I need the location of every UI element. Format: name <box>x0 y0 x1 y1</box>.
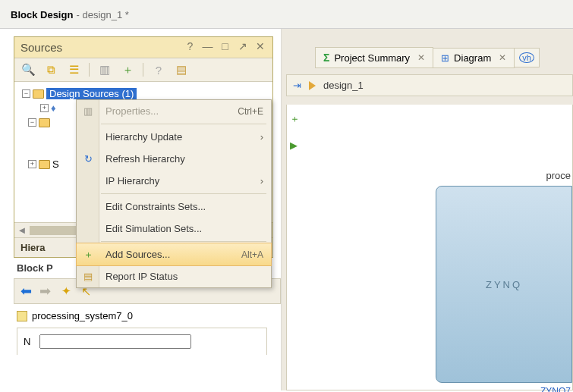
tab-hierarchy[interactable]: Hiera <box>20 242 46 253</box>
design-crumb[interactable]: design_1 <box>323 80 364 91</box>
editor-tabs: Σ Project Summary ✕ ⊞ Diagram ✕ vh <box>315 47 573 68</box>
menu-edit-simulation[interactable]: Edit Simulation Sets... <box>77 218 271 240</box>
tab-close-icon[interactable]: ✕ <box>499 52 506 63</box>
search-icon[interactable]: 🔍 <box>20 62 36 77</box>
scroll-left-icon[interactable]: ◄ <box>14 224 30 236</box>
sources-title: Sources <box>20 41 179 54</box>
menu-separator <box>101 193 266 194</box>
tab-label: Diagram <box>454 52 491 64</box>
design-crumb-icon <box>309 81 316 90</box>
info-icon[interactable]: ? <box>151 62 166 77</box>
forward-icon[interactable]: ➡ <box>39 283 51 299</box>
close-icon[interactable]: ✕ <box>253 41 266 54</box>
right-pane: Σ Project Summary ✕ ⊞ Diagram ✕ vh ⇥ des… <box>281 29 573 390</box>
gear-icon[interactable]: ✦ <box>58 284 74 299</box>
submenu-arrow-icon: › <box>260 175 263 187</box>
tree-glyph: ♦ <box>51 102 56 114</box>
tree-label-trunc: S <box>52 158 59 170</box>
folder-icon <box>39 160 50 169</box>
report-icon: ▤ <box>81 271 95 282</box>
menu-ip-hierarchy[interactable]: IP Hierarchy › <box>77 170 271 192</box>
add-icon[interactable]: ＋ <box>120 62 135 77</box>
diagram-canvas[interactable]: ＋ ▶ proce ZYNQ ZYNQ7 <box>286 105 573 390</box>
folder-icon <box>33 89 44 99</box>
title-file: - design_1 * <box>77 9 129 20</box>
page-icon: ▥ <box>81 105 95 117</box>
restore-icon[interactable]: □ <box>219 41 231 54</box>
expand-toggle-icon[interactable]: + <box>40 104 49 112</box>
folder-icon[interactable]: ▥ <box>97 62 112 77</box>
folder-icon <box>39 118 50 127</box>
sheet-icon[interactable]: ▤ <box>174 62 189 77</box>
minimize-icon[interactable]: — <box>201 41 214 54</box>
sources-toolbar: 🔍 ⧉ ☰ ▥ ＋ ? ▤ <box>14 58 272 82</box>
collapse-toggle-icon[interactable]: − <box>28 118 36 127</box>
menu-separator <box>101 124 266 124</box>
expand-toggle-icon[interactable]: + <box>28 160 36 168</box>
sources-panel-header[interactable]: Sources ? — □ ↗ ✕ <box>14 37 272 58</box>
name-label: N <box>24 336 30 347</box>
tab-extra[interactable]: vh <box>514 48 540 67</box>
context-menu[interactable]: ▥ Properties... Ctrl+E Hierarchy Update … <box>76 99 272 288</box>
processing-system-row[interactable]: processing_system7_0 <box>17 310 281 321</box>
diagram-icon: ⊞ <box>441 52 449 64</box>
submenu-arrow-icon: › <box>260 131 263 143</box>
menu-properties[interactable]: ▥ Properties... Ctrl+E <box>77 100 271 122</box>
processing-system-label: processing_system7_0 <box>32 310 133 321</box>
chip-icon <box>17 311 27 321</box>
menu-separator <box>101 241 266 242</box>
menu-edit-constraints[interactable]: Edit Constraints Sets... <box>77 196 271 218</box>
zynq-text: ZYNQ <box>486 279 522 290</box>
menu-label: Edit Constraints Sets... <box>105 201 206 212</box>
canvas-side-toolbar: ＋ ▶ <box>290 112 300 151</box>
toolbar-separator <box>143 63 143 77</box>
menu-shortcut: Ctrl+E <box>238 106 263 117</box>
name-input[interactable] <box>39 334 191 349</box>
tab-diagram[interactable]: ⊞ Diagram ✕ <box>433 48 515 68</box>
sigma-icon: Σ <box>323 52 329 64</box>
menu-label: Report IP Status <box>105 271 178 282</box>
menu-report-ip-status[interactable]: ▤ Report IP Status <box>77 265 271 287</box>
collapse-icon[interactable]: ⧉ <box>43 62 58 77</box>
menu-hierarchy-update[interactable]: Hierarchy Update › <box>77 126 271 148</box>
menu-refresh-hierarchy[interactable]: ↻ Refresh Hierarchy <box>77 148 271 170</box>
diagram-toolbar: ⇥ design_1 <box>286 74 573 96</box>
pin-icon[interactable]: ⇥ <box>293 80 301 91</box>
zynq-chip[interactable]: ZYNQ <box>436 186 572 383</box>
window-titlebar: Block Design - design_1 * <box>0 0 573 29</box>
zynq-block[interactable]: proce ZYNQ ZYNQ7 <box>436 170 572 392</box>
menu-label: IP Hierarchy <box>105 175 159 187</box>
add-ip-icon[interactable]: ＋ <box>290 112 300 126</box>
menu-label: Refresh Hierarchy <box>105 153 185 165</box>
vh-icon: vh <box>519 52 534 63</box>
popout-icon[interactable]: ↗ <box>236 41 249 54</box>
back-icon[interactable]: ⬅ <box>20 283 32 299</box>
menu-label: Add Sources... <box>105 249 170 260</box>
tab-close-icon[interactable]: ✕ <box>417 52 425 63</box>
title-strong: Block Design <box>11 9 73 20</box>
tab-project-summary[interactable]: Σ Project Summary ✕ <box>315 47 433 68</box>
menu-shortcut: Alt+A <box>241 249 263 260</box>
menu-label: Hierarchy Update <box>105 131 182 143</box>
name-field-row: N <box>17 328 267 355</box>
toolbar-separator <box>89 63 90 77</box>
tree-label-selected: Design Sources (1) <box>46 88 137 99</box>
menu-label: Properties... <box>105 105 159 117</box>
collapse-toggle-icon[interactable]: − <box>22 89 30 98</box>
help-icon[interactable]: ? <box>184 41 197 54</box>
menu-add-sources[interactable]: ＋ Add Sources... Alt+A <box>76 243 272 266</box>
zynq-subtitle: ZYNQ7 <box>436 383 572 392</box>
tree-label-trunc <box>52 117 55 128</box>
add-sources-icon: ＋ <box>81 248 95 262</box>
tab-label: Project Summary <box>334 52 410 64</box>
menu-label: Edit Simulation Sets... <box>105 223 202 234</box>
run-icon[interactable]: ▶ <box>290 140 300 151</box>
expand-icon[interactable]: ☰ <box>66 62 81 77</box>
refresh-icon: ↻ <box>81 153 95 165</box>
zynq-title: proce <box>436 170 572 181</box>
